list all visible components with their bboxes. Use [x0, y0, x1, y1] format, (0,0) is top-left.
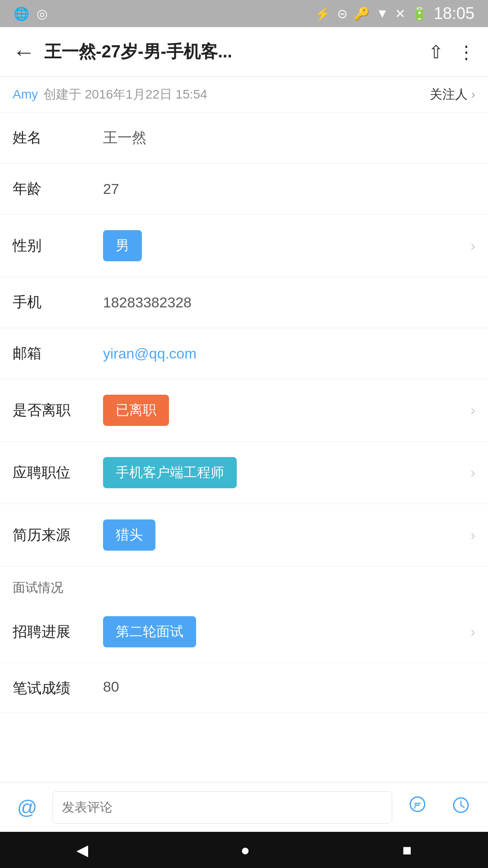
label-position: 应聘职位	[13, 463, 103, 483]
nav-home-button[interactable]: ●	[240, 841, 250, 859]
field-position[interactable]: 应聘职位 手机客户端工程师 ›	[0, 442, 488, 504]
recruit-progress-tag[interactable]: 第二轮面试	[103, 616, 196, 647]
field-resume-source[interactable]: 简历来源 猎头 ›	[0, 504, 488, 566]
label-age: 年龄	[13, 179, 103, 199]
value-position: 手机客户端工程师	[103, 457, 470, 488]
recruit-progress-chevron-icon: ›	[470, 623, 475, 640]
value-recruit-progress: 第二轮面试	[103, 616, 470, 647]
nav-recent-button[interactable]: ■	[403, 841, 412, 859]
app-bar-actions: ⇧ ⋮	[428, 42, 475, 62]
label-phone: 手机	[13, 292, 103, 312]
field-email: 邮箱 yiran@qq.com	[0, 328, 488, 379]
label-gender: 性别	[13, 236, 103, 256]
resigned-chevron-icon: ›	[470, 402, 475, 419]
status-time: 18:05	[434, 4, 474, 23]
resigned-tag[interactable]: 已离职	[103, 395, 169, 426]
section-interview-label: 面试情况	[13, 580, 63, 594]
value-gender: 男	[103, 230, 470, 261]
value-written-score: 80	[103, 679, 475, 695]
page-title: 王一然-27岁-男-手机客...	[44, 40, 428, 63]
bottom-bar: @	[0, 782, 488, 832]
status-bar: 🌐 ◎ ⚡ ⊝ 🔑 ▼ ✕ 🔋 18:05	[0, 0, 488, 27]
field-written-score: 笔试成绩 80	[0, 663, 488, 713]
clock-icon-button[interactable]	[443, 795, 479, 820]
value-email[interactable]: yiran@qq.com	[103, 345, 475, 362]
battery-icon: 🔋	[412, 6, 427, 21]
label-written-score: 笔试成绩	[13, 679, 103, 698]
svg-point-0	[410, 797, 425, 811]
android-nav-bar: ◀ ● ■	[0, 832, 488, 868]
app-bar: ← 王一然-27岁-男-手机客... ⇧ ⋮	[0, 27, 488, 77]
value-name: 王一然	[103, 128, 475, 148]
label-resume-source: 简历来源	[13, 525, 103, 545]
wifi-icon: 🌐	[14, 6, 29, 21]
follow-button[interactable]: 关注人 ›	[430, 86, 475, 103]
status-bar-right-icons: ⚡ ⊝ 🔑 ▼ ✕ 🔋 18:05	[315, 4, 474, 23]
value-resume-source: 猎头	[103, 519, 470, 551]
svg-line-5	[461, 805, 464, 807]
value-age: 27	[103, 181, 475, 198]
follow-label: 关注人	[430, 86, 468, 103]
comment-icon-button[interactable]	[399, 795, 436, 820]
at-button[interactable]: @	[9, 796, 45, 819]
resume-source-chevron-icon: ›	[470, 527, 475, 543]
value-resigned: 已离职	[103, 395, 470, 426]
more-button[interactable]: ⋮	[457, 42, 475, 62]
position-tag[interactable]: 手机客户端工程师	[103, 457, 237, 488]
share-button[interactable]: ⇧	[428, 42, 444, 62]
status-bar-left-icons: 🌐 ◎	[14, 6, 47, 21]
nav-back-button[interactable]: ◀	[76, 841, 88, 859]
label-email: 邮箱	[13, 344, 103, 363]
resume-source-tag[interactable]: 猎头	[103, 519, 155, 551]
label-name: 姓名	[13, 128, 103, 148]
email-link[interactable]: yiran@qq.com	[103, 345, 197, 362]
signal2-icon: ▼	[376, 6, 389, 21]
gender-chevron-icon: ›	[470, 237, 475, 254]
gender-tag[interactable]: 男	[103, 230, 142, 261]
value-phone: 18283382328	[103, 294, 475, 311]
position-chevron-icon: ›	[470, 464, 475, 481]
back-button[interactable]: ←	[13, 41, 35, 63]
field-recruit-progress[interactable]: 招聘进展 第二轮面试 ›	[0, 601, 488, 663]
section-interview: 面试情况	[0, 566, 488, 601]
follow-chevron-icon: ›	[471, 87, 475, 102]
label-recruit-progress: 招聘进展	[13, 622, 103, 642]
signal-icon: ◎	[37, 6, 47, 21]
label-resigned: 是否离职	[13, 401, 103, 420]
key-icon: 🔑	[354, 6, 370, 21]
meta-row: Amy 创建于 2016年1月22日 15:54 关注人 ›	[0, 77, 488, 113]
nosim-icon: ✕	[395, 6, 405, 21]
field-gender[interactable]: 性别 男 ›	[0, 215, 488, 277]
meta-left: Amy 创建于 2016年1月22日 15:54	[13, 86, 207, 103]
field-age: 年龄 27	[0, 164, 488, 215]
field-resigned[interactable]: 是否离职 已离职 ›	[0, 379, 488, 442]
comment-input[interactable]	[52, 791, 392, 824]
dnd-icon: ⊝	[337, 6, 347, 21]
meta-author[interactable]: Amy	[13, 87, 38, 102]
meta-date: 创建于 2016年1月22日 15:54	[43, 86, 207, 103]
field-name: 姓名 王一然	[0, 113, 488, 164]
field-phone: 手机 18283382328	[0, 277, 488, 328]
bluetooth-icon: ⚡	[315, 6, 331, 21]
